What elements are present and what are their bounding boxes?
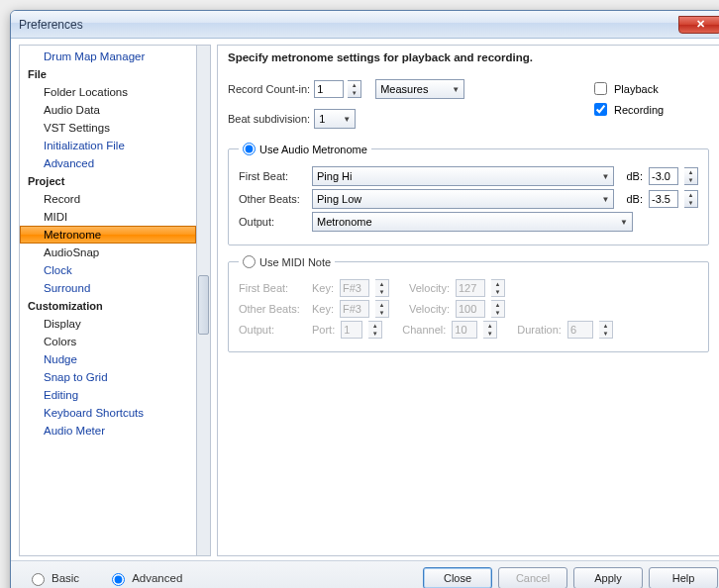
- channel-label: Channel:: [402, 324, 446, 336]
- combo-value: Metronome: [317, 216, 372, 228]
- titlebar: Preferences ✕: [11, 11, 719, 39]
- category-sidebar[interactable]: Drum Map ManagerFileFolder LocationsAudi…: [19, 45, 197, 556]
- chevron-down-icon: ▼: [602, 172, 610, 181]
- sidebar-item-metronome[interactable]: Metronome: [20, 226, 196, 244]
- midi-ob-vel-input: [456, 300, 485, 318]
- sidebar-item-colors[interactable]: Colors: [20, 333, 196, 350]
- midi-duration-input: [567, 321, 593, 339]
- other-beats-db-input[interactable]: [649, 190, 678, 208]
- first-beat-db-spinner[interactable]: ▲▼: [684, 167, 698, 185]
- first-beat-db-input[interactable]: [649, 167, 678, 185]
- sidebar-item-snap-to-grid[interactable]: Snap to Grid: [20, 368, 196, 386]
- midi-fb-key-input: [340, 279, 369, 297]
- help-button[interactable]: Help: [649, 567, 718, 588]
- scrollbar-thumb[interactable]: [198, 275, 209, 335]
- advanced-radio[interactable]: [112, 573, 125, 586]
- midi-output-label: Output:: [239, 324, 306, 336]
- use-midi-label[interactable]: Use MIDI Note: [259, 256, 331, 268]
- spinner: ▲▼: [483, 321, 497, 339]
- main-panel: Specify metronome settings for playback …: [217, 45, 719, 556]
- db-label: dB:: [626, 193, 643, 205]
- beat-subdivision-label: Beat subdivision:: [228, 113, 310, 125]
- sidebar-item-midi[interactable]: MIDI: [20, 208, 196, 226]
- other-beats-label: Other Beats:: [239, 193, 306, 205]
- chevron-down-icon: ▼: [602, 195, 610, 204]
- sidebar-item-clock[interactable]: Clock: [20, 261, 196, 279]
- duration-label: Duration:: [517, 324, 562, 336]
- sidebar-item-surround[interactable]: Surround: [20, 279, 196, 297]
- use-audio-radio[interactable]: [243, 143, 256, 155]
- spinner: ▲▼: [491, 279, 505, 297]
- sidebar-item-record[interactable]: Record: [20, 190, 196, 208]
- record-countin-spinner[interactable]: ▲▼: [348, 80, 361, 98]
- output-label: Output:: [239, 216, 306, 228]
- basic-radio[interactable]: [32, 573, 45, 586]
- audio-output-combo[interactable]: Metronome ▼: [312, 212, 633, 232]
- sidebar-item-audiosnap[interactable]: AudioSnap: [20, 244, 196, 261]
- playback-checkbox[interactable]: [594, 82, 607, 95]
- spinner: ▲▼: [368, 321, 382, 339]
- first-beat-combo[interactable]: Ping Hi ▼: [312, 166, 614, 186]
- sidebar-item-audio-data[interactable]: Audio Data: [20, 101, 196, 119]
- spinner: ▲▼: [375, 300, 389, 318]
- playback-checkbox-row: Playback: [590, 79, 709, 98]
- other-beats-combo[interactable]: Ping Low ▼: [312, 189, 614, 209]
- sidebar-item-vst-settings[interactable]: VST Settings: [20, 119, 196, 137]
- window-title: Preferences: [19, 18, 83, 32]
- combo-value: Ping Hi: [317, 170, 352, 182]
- chevron-down-icon: ▼: [452, 85, 460, 94]
- sidebar-item-advanced[interactable]: Advanced: [20, 154, 196, 172]
- chevron-down-icon: ▼: [620, 218, 628, 227]
- cancel-button[interactable]: Cancel: [498, 567, 567, 588]
- chevron-down-icon: ▼: [343, 115, 351, 124]
- sidebar-item-initialization-file[interactable]: Initialization File: [20, 137, 196, 154]
- record-countin-label: Record Count-in:: [228, 83, 310, 95]
- other-beats-db-spinner[interactable]: ▲▼: [684, 190, 698, 208]
- playback-label[interactable]: Playback: [614, 83, 659, 95]
- window-close-button[interactable]: ✕: [678, 16, 719, 34]
- apply-button[interactable]: Apply: [573, 567, 643, 588]
- sidebar-category: Project: [20, 172, 196, 190]
- close-button[interactable]: Close: [423, 567, 492, 588]
- sidebar-item-audio-meter[interactable]: Audio Meter: [20, 422, 196, 440]
- sidebar-category: File: [20, 65, 196, 83]
- basic-label: Basic: [51, 572, 79, 584]
- midi-note-group: Use MIDI Note First Beat: Key: ▲▼ Veloci…: [228, 255, 709, 352]
- sidebar-item-drum-map-manager[interactable]: Drum Map Manager: [20, 48, 196, 65]
- use-midi-radio[interactable]: [243, 255, 256, 268]
- spinner: ▲▼: [375, 279, 389, 297]
- recording-checkbox-row: Recording: [590, 100, 709, 119]
- midi-ob-key-input: [340, 300, 369, 318]
- sidebar-item-nudge[interactable]: Nudge: [20, 350, 196, 368]
- first-beat-label: First Beat:: [239, 170, 306, 182]
- preferences-window: Preferences ✕ Drum Map ManagerFileFolder…: [10, 10, 719, 588]
- sidebar-item-keyboard-shortcuts[interactable]: Keyboard Shortcuts: [20, 404, 196, 422]
- db-label: dB:: [626, 170, 643, 182]
- port-label: Port:: [312, 324, 335, 336]
- midi-port-input: [341, 321, 362, 339]
- panel-heading: Specify metronome settings for playback …: [228, 51, 709, 63]
- recording-checkbox[interactable]: [594, 103, 607, 116]
- basic-mode-radio-row[interactable]: Basic: [27, 570, 79, 586]
- midi-first-beat-label: First Beat:: [239, 282, 306, 294]
- sidebar-item-display[interactable]: Display: [20, 315, 196, 333]
- advanced-label: Advanced: [132, 572, 182, 584]
- advanced-mode-radio-row[interactable]: Advanced: [107, 570, 182, 586]
- record-countin-input[interactable]: [314, 80, 344, 98]
- use-audio-label[interactable]: Use Audio Metronome: [259, 144, 367, 155]
- spinner: ▲▼: [599, 321, 613, 339]
- combo-value: 1: [319, 113, 325, 125]
- key-label: Key:: [312, 303, 334, 315]
- recording-label[interactable]: Recording: [614, 104, 664, 116]
- sidebar-item-folder-locations[interactable]: Folder Locations: [20, 83, 196, 101]
- key-label: Key:: [312, 282, 334, 294]
- midi-other-beats-label: Other Beats:: [239, 303, 306, 315]
- sidebar-item-editing[interactable]: Editing: [20, 386, 196, 404]
- beat-subdivision-combo[interactable]: 1 ▼: [314, 109, 356, 129]
- record-countin-unit-combo[interactable]: Measures ▼: [375, 79, 464, 99]
- midi-channel-input: [452, 321, 477, 339]
- sidebar-scrollbar[interactable]: [197, 45, 211, 556]
- velocity-label: Velocity:: [409, 282, 450, 294]
- combo-value: Ping Low: [317, 193, 361, 205]
- spinner: ▲▼: [491, 300, 505, 318]
